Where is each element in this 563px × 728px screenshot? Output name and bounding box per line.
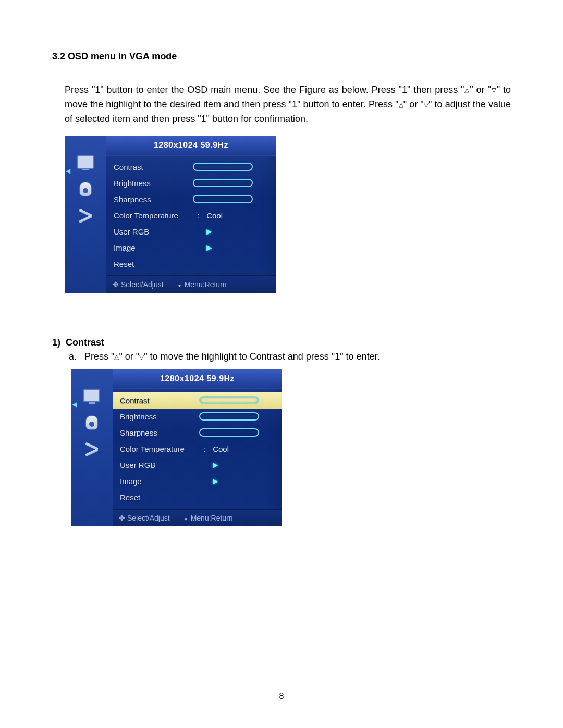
slider-track[interactable] xyxy=(193,195,253,203)
osd-item-value xyxy=(192,163,271,171)
osd-item-label: Image xyxy=(114,243,192,252)
osd-item-reset[interactable]: Reset xyxy=(114,256,271,272)
subsection-item-a: a. Press "△" or "▽" to move the highligh… xyxy=(69,351,511,362)
footer-right: Menu:Return xyxy=(178,280,227,289)
slider-track[interactable] xyxy=(199,428,259,437)
speaker-icon xyxy=(77,181,94,197)
footer-left: ✥ Select/Adjust xyxy=(119,514,170,522)
osd-footer: ✥ Select/Adjust Menu:Return xyxy=(113,509,282,526)
osd-item-label: Contrast xyxy=(114,163,192,171)
osd-item-brightness[interactable]: Brightness xyxy=(114,175,271,191)
chevron-right-icon: ▶ xyxy=(206,227,212,236)
osd-value-text: Cool xyxy=(206,211,223,220)
slider-track[interactable] xyxy=(193,163,253,171)
triangle-down-icon: ▽ xyxy=(139,353,144,361)
page-number: 8 xyxy=(0,692,563,701)
osd-item-reset[interactable]: Reset xyxy=(120,489,277,505)
osd-sidebar: ◀ xyxy=(65,136,106,293)
osd-value-text: Cool xyxy=(213,445,229,453)
sub-text: " or " xyxy=(119,351,139,362)
osd-item-label: User RGB xyxy=(114,227,192,236)
osd-item-label: Sharpness xyxy=(120,428,198,437)
osd-item-color-temperature[interactable]: Color Temperature:Cool xyxy=(120,441,277,457)
osd-item-label: Sharpness xyxy=(114,195,192,204)
osd-item-label: Reset xyxy=(120,493,198,502)
osd-item-sharpness[interactable]: Sharpness xyxy=(120,425,277,441)
osd-item-contrast[interactable]: Contrast xyxy=(113,392,282,409)
osd-item-image[interactable]: Image▶ xyxy=(120,473,277,489)
colon: : xyxy=(203,445,205,453)
osd-item-label: Brightness xyxy=(114,179,192,188)
osd-item-contrast[interactable]: Contrast xyxy=(114,159,271,175)
chevron-right-icon: ▶ xyxy=(206,243,212,252)
osd-item-label: User RGB xyxy=(120,461,198,470)
section-heading: 3.2 OSD menu in VGA mode xyxy=(52,51,511,62)
subsection-heading: 1) Contrast xyxy=(52,337,511,348)
footer-left: ✥ Select/Adjust xyxy=(113,280,164,289)
osd-item-image[interactable]: Image▶ xyxy=(114,240,271,256)
osd-item-value: ▶ xyxy=(192,227,271,236)
tools-icon xyxy=(83,442,101,458)
triangle-down-icon: ▽ xyxy=(424,101,429,108)
p-text: " or " xyxy=(403,99,424,109)
p-text: " or " xyxy=(470,84,491,95)
slider-track[interactable] xyxy=(199,412,259,421)
triangle-up-icon: △ xyxy=(464,87,470,94)
osd-item-value: ▶ xyxy=(192,243,271,252)
footer-right: Menu:Return xyxy=(185,514,233,522)
osd-item-color-temperature[interactable]: Color Temperature:Cool xyxy=(114,207,271,224)
osd-item-sharpness[interactable]: Sharpness xyxy=(114,191,271,207)
osd-item-value: ▶ xyxy=(198,477,277,485)
tools-icon xyxy=(77,208,94,224)
osd-footer: ✥ Select/Adjust Menu:Return xyxy=(106,275,276,293)
chevron-right-icon: ▶ xyxy=(213,461,218,469)
osd-item-label: Brightness xyxy=(120,412,198,421)
monitor-icon xyxy=(77,154,94,170)
triangle-up-icon: △ xyxy=(398,101,403,108)
osd-item-value xyxy=(192,195,271,203)
osd-item-user-rgb[interactable]: User RGB▶ xyxy=(114,224,271,240)
osd-item-value xyxy=(198,396,277,404)
osd-item-value: ▶ xyxy=(198,461,277,469)
osd-sidebar: ◀ xyxy=(71,369,113,526)
osd-item-value xyxy=(198,412,277,421)
osd-item-brightness[interactable]: Brightness xyxy=(120,409,277,425)
chevron-right-icon: ▶ xyxy=(213,477,218,485)
osd-item-label: Contrast xyxy=(120,396,198,405)
intro-paragraph: Press "1" button to enter the OSD main m… xyxy=(52,83,511,127)
colon: : xyxy=(197,211,199,220)
osd-item-value xyxy=(198,428,277,437)
osd-item-value: :Cool xyxy=(198,445,277,453)
osd-item-label: Image xyxy=(120,477,198,486)
slider-track[interactable] xyxy=(193,179,253,187)
monitor-icon xyxy=(83,388,101,403)
speaker-icon xyxy=(83,415,101,430)
p-text: Press "1" button to enter the OSD main m… xyxy=(65,84,464,95)
osd-item-label: Color Temperature xyxy=(114,211,192,220)
triangle-down-icon: ▽ xyxy=(491,87,497,94)
chevron-left-icon: ◀ xyxy=(65,167,71,175)
chevron-left-icon: ◀ xyxy=(71,401,77,408)
osd-header: 1280x1024 59.9Hz xyxy=(113,369,282,389)
osd-figure-2: ◀ 1280x1024 59.9Hz ContrastBrightnessSha… xyxy=(71,369,282,526)
sub-text: " to move the highlight to Contrast and … xyxy=(144,351,380,362)
sub-text: a. Press " xyxy=(69,351,114,362)
osd-figure-1: ◀ 1280x1024 59.9Hz ContrastBrightnessSha… xyxy=(65,136,276,293)
osd-header: 1280x1024 59.9Hz xyxy=(106,136,276,156)
osd-item-label: Reset xyxy=(114,260,192,268)
osd-item-label: Color Temperature xyxy=(120,445,198,453)
osd-item-value: :Cool xyxy=(192,211,271,220)
osd-item-user-rgb[interactable]: User RGB▶ xyxy=(120,457,277,473)
osd-item-value xyxy=(192,179,271,187)
slider-track[interactable] xyxy=(199,396,259,404)
